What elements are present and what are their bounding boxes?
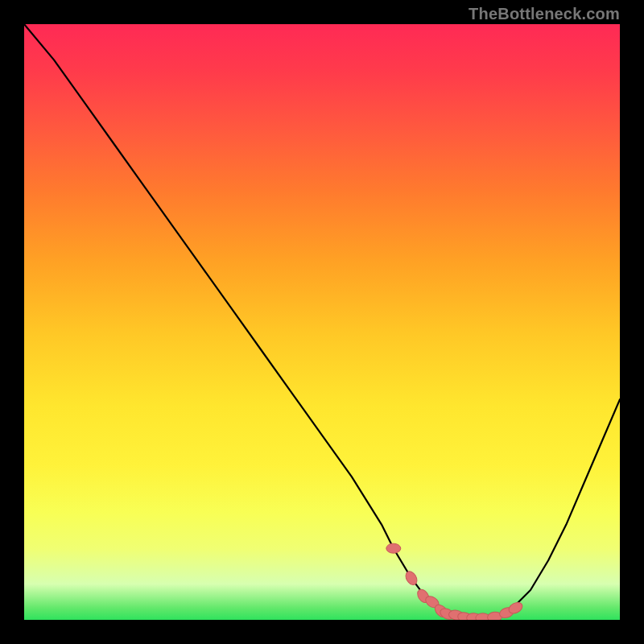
bottleneck-curve-svg xyxy=(24,24,620,620)
bottleneck-curve xyxy=(24,24,620,619)
plot-area xyxy=(24,24,620,620)
optimal-range-markers xyxy=(386,543,524,620)
watermark-text: TheBottleneck.com xyxy=(469,5,620,23)
optimal-marker xyxy=(386,543,401,553)
chart-frame: TheBottleneck.com xyxy=(0,0,644,644)
